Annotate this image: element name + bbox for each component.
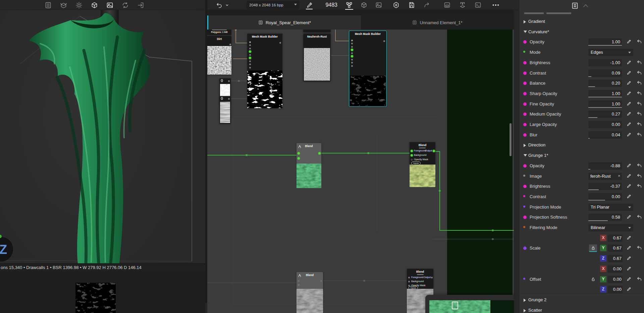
output-port[interactable] xyxy=(318,152,321,154)
input-port[interactable] xyxy=(411,159,413,161)
collapse-all-icon[interactable] xyxy=(581,0,590,11)
pencil-icon[interactable] xyxy=(627,245,632,252)
section-header-direction[interactable]: Direction xyxy=(520,140,644,150)
reset-icon[interactable] xyxy=(637,111,642,118)
output-port[interactable] xyxy=(320,280,322,282)
node-graph-editor[interactable]: Polygons: 1 040Dirt⟨⟩⟨⟩Mesh Mask Builder… xyxy=(207,10,514,313)
pencil-icon[interactable] xyxy=(627,39,632,45)
save-icon[interactable] xyxy=(407,0,417,10)
value-field[interactable]: 0.00 xyxy=(588,193,622,200)
pencil-icon[interactable] xyxy=(627,183,632,190)
value-field[interactable]: 0.58 xyxy=(588,214,622,221)
value-field[interactable]: -1.00 xyxy=(588,59,622,66)
value-field[interactable]: 0.04 xyxy=(588,131,622,139)
foreground-port[interactable] xyxy=(298,152,300,154)
tab-royal-spear-element[interactable]: Royal_Spear_Element* xyxy=(208,15,361,30)
value-field[interactable]: 1.00 xyxy=(588,38,622,46)
pencil-icon[interactable] xyxy=(627,214,632,221)
node-neaferoh-rust[interactable]: Neaferoh-Rust xyxy=(303,34,331,81)
input-port[interactable] xyxy=(249,60,251,62)
output-port[interactable] xyxy=(279,42,281,44)
value-field[interactable]: 0.27 xyxy=(588,110,622,118)
pencil-icon[interactable] xyxy=(627,276,632,283)
foreground-port[interactable] xyxy=(298,280,300,282)
value-field[interactable]: 1.00 xyxy=(588,90,622,97)
input-port[interactable] xyxy=(408,277,410,278)
share-icon[interactable] xyxy=(422,0,432,10)
value-field[interactable]: -0.88 xyxy=(588,162,622,170)
terminal-icon[interactable] xyxy=(473,0,483,10)
input-port[interactable] xyxy=(249,48,251,49)
reset-icon[interactable] xyxy=(637,91,642,97)
more-options-button[interactable]: ••• xyxy=(492,0,500,10)
input-port[interactable] xyxy=(249,44,251,46)
pencil-icon[interactable] xyxy=(627,173,632,180)
input-port[interactable] xyxy=(351,55,353,57)
graph-minimap[interactable] xyxy=(425,295,514,313)
input-port[interactable] xyxy=(411,150,413,152)
pencil-icon[interactable] xyxy=(627,101,632,107)
node-mesh-mask-builder-1[interactable]: Mesh Mask Builder xyxy=(247,34,282,108)
clear-image-icon[interactable]: × xyxy=(618,173,621,178)
input-port[interactable] xyxy=(351,52,353,54)
undo-dropdown-icon[interactable] xyxy=(224,0,230,10)
output-port[interactable] xyxy=(383,40,385,42)
tab-unnamed-element-1[interactable]: Unnamed Element_1* xyxy=(361,15,514,30)
reset-icon[interactable] xyxy=(637,101,642,108)
axis-value-field[interactable]: 0.00 xyxy=(608,276,623,283)
input-port[interactable] xyxy=(249,57,251,59)
reset-icon[interactable] xyxy=(637,173,642,180)
reset-icon[interactable] xyxy=(637,163,642,170)
node-blend-1[interactable]: Blend xyxy=(297,143,321,164)
pencil-icon[interactable] xyxy=(627,91,632,97)
background-port[interactable] xyxy=(298,157,300,160)
pencil-icon[interactable] xyxy=(627,266,632,272)
section-header-grunge-2[interactable]: Grunge 2 xyxy=(520,295,644,305)
node-filter-small-2[interactable]: ⟨⟩ xyxy=(219,96,231,124)
section-header-curvature-[interactable]: Curvature* xyxy=(520,27,644,37)
node-blend-2[interactable]: BlendForegroundBackgroundOpacity MaskOut… xyxy=(410,142,435,165)
node-blend-4[interactable]: BlendForegroundBackgroundOpacity MaskOut… xyxy=(407,269,433,289)
input-port[interactable] xyxy=(351,49,353,51)
section-header-scatter[interactable]: Scatter xyxy=(520,306,644,313)
reset-icon[interactable] xyxy=(637,276,642,283)
mask-frame-icon[interactable] xyxy=(43,0,53,10)
input-port[interactable] xyxy=(408,281,410,282)
value-field[interactable]: -0.37 xyxy=(588,183,622,190)
pencil-icon[interactable] xyxy=(627,163,632,169)
node-dirt[interactable]: Dirt xyxy=(207,36,231,75)
reset-icon[interactable] xyxy=(637,132,642,139)
input-port[interactable] xyxy=(249,67,251,69)
output-port[interactable] xyxy=(229,44,231,45)
input-port[interactable] xyxy=(351,59,353,60)
resolution-dropdown[interactable]: 2048 x 2048 16 bpp xyxy=(247,1,300,9)
cube-icon[interactable] xyxy=(89,0,99,10)
lock-open-icon[interactable] xyxy=(589,276,597,283)
input-port[interactable] xyxy=(249,50,251,53)
reset-icon[interactable] xyxy=(637,245,642,252)
gear-icon[interactable] xyxy=(74,0,84,10)
undo-icon[interactable] xyxy=(215,0,223,10)
pencil-icon[interactable] xyxy=(627,286,632,293)
dropdown-field[interactable]: Edges xyxy=(588,49,633,56)
reset-icon[interactable] xyxy=(637,183,642,190)
background-port[interactable] xyxy=(298,284,300,286)
node-mesh-mask-builder-2[interactable]: Mesh Mask Builder xyxy=(349,31,386,106)
image-field[interactable]: feroh-Rust xyxy=(588,173,622,180)
input-port[interactable] xyxy=(351,65,353,67)
section-header-grunge-1-[interactable]: Grunge 1* xyxy=(520,151,644,160)
pencil-icon[interactable] xyxy=(627,111,632,118)
section-header-gradient[interactable]: Gradient xyxy=(520,17,644,26)
cube-view-icon[interactable] xyxy=(359,0,369,10)
dropdown-field[interactable]: Bilinear xyxy=(588,224,633,231)
pencil-icon[interactable] xyxy=(627,256,632,262)
output-port[interactable] xyxy=(228,80,230,82)
output-port[interactable] xyxy=(431,277,433,278)
pencil-icon[interactable] xyxy=(627,60,632,66)
reset-icon[interactable] xyxy=(637,214,642,221)
pencil-icon[interactable] xyxy=(627,70,632,77)
input-port[interactable] xyxy=(351,43,353,44)
add-hexagon-icon[interactable] xyxy=(391,0,401,10)
pencil-icon[interactable] xyxy=(627,80,632,87)
axis-value-field[interactable]: 0.67 xyxy=(608,255,623,262)
